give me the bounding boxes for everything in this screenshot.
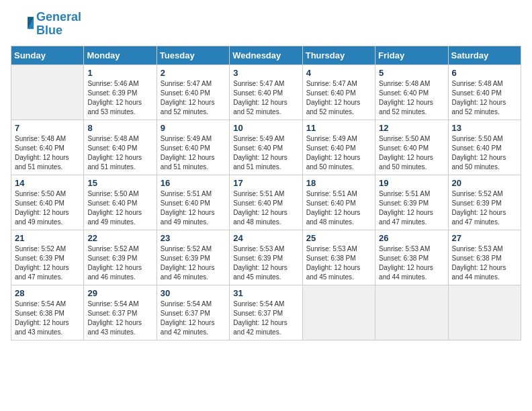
calendar-cell: 15Sunrise: 5:50 AMSunset: 6:40 PMDayligh… bbox=[84, 175, 157, 230]
day-number: 11 bbox=[306, 123, 371, 133]
day-number: 17 bbox=[233, 178, 298, 188]
cell-details: Sunrise: 5:51 AMSunset: 6:39 PMDaylight:… bbox=[379, 189, 444, 227]
calendar-cell: 11Sunrise: 5:49 AMSunset: 6:40 PMDayligh… bbox=[302, 120, 375, 175]
day-number: 30 bbox=[161, 288, 226, 298]
day-number: 20 bbox=[452, 178, 517, 188]
header-wednesday: Wednesday bbox=[230, 46, 302, 64]
header-sunday: Sunday bbox=[11, 46, 84, 64]
cell-details: Sunrise: 5:51 AMSunset: 6:40 PMDaylight:… bbox=[161, 189, 226, 227]
header-tuesday: Tuesday bbox=[157, 46, 229, 64]
calendar-cell: 29Sunrise: 5:54 AMSunset: 6:37 PMDayligh… bbox=[84, 285, 157, 340]
cell-details: Sunrise: 5:48 AMSunset: 6:40 PMDaylight:… bbox=[379, 79, 444, 117]
calendar-cell: 8Sunrise: 5:48 AMSunset: 6:40 PMDaylight… bbox=[84, 120, 157, 175]
calendar-cell: 20Sunrise: 5:52 AMSunset: 6:39 PMDayligh… bbox=[448, 175, 521, 230]
cell-details: Sunrise: 5:52 AMSunset: 6:39 PMDaylight:… bbox=[87, 244, 152, 282]
header-monday: Monday bbox=[84, 46, 157, 64]
day-number: 12 bbox=[379, 123, 444, 133]
day-number: 8 bbox=[87, 123, 152, 133]
day-number: 1 bbox=[87, 68, 152, 78]
cell-details: Sunrise: 5:53 AMSunset: 6:38 PMDaylight:… bbox=[452, 244, 517, 282]
calendar-cell: 12Sunrise: 5:50 AMSunset: 6:40 PMDayligh… bbox=[375, 120, 448, 175]
day-number: 15 bbox=[87, 178, 152, 188]
logo-text: General Blue bbox=[36, 11, 81, 38]
calendar-cell: 21Sunrise: 5:52 AMSunset: 6:39 PMDayligh… bbox=[11, 230, 84, 285]
day-number: 21 bbox=[15, 233, 80, 243]
day-number: 19 bbox=[379, 178, 444, 188]
cell-details: Sunrise: 5:46 AMSunset: 6:39 PMDaylight:… bbox=[87, 79, 152, 117]
calendar-cell bbox=[302, 285, 375, 340]
week-row-5: 28Sunrise: 5:54 AMSunset: 6:38 PMDayligh… bbox=[11, 285, 521, 340]
calendar-cell: 23Sunrise: 5:52 AMSunset: 6:39 PMDayligh… bbox=[157, 230, 229, 285]
day-number: 2 bbox=[161, 68, 226, 78]
day-number: 3 bbox=[233, 68, 298, 78]
day-number: 4 bbox=[306, 68, 371, 78]
calendar-cell: 9Sunrise: 5:49 AMSunset: 6:40 PMDaylight… bbox=[157, 120, 229, 175]
week-row-2: 7Sunrise: 5:48 AMSunset: 6:40 PMDaylight… bbox=[11, 120, 521, 175]
day-number: 28 bbox=[15, 288, 80, 298]
day-number: 16 bbox=[161, 178, 226, 188]
week-row-4: 21Sunrise: 5:52 AMSunset: 6:39 PMDayligh… bbox=[11, 230, 521, 285]
cell-details: Sunrise: 5:52 AMSunset: 6:39 PMDaylight:… bbox=[452, 189, 517, 227]
calendar-cell: 26Sunrise: 5:53 AMSunset: 6:38 PMDayligh… bbox=[375, 230, 448, 285]
cell-details: Sunrise: 5:47 AMSunset: 6:40 PMDaylight:… bbox=[233, 79, 298, 117]
day-number: 9 bbox=[161, 123, 226, 133]
day-number: 23 bbox=[161, 233, 226, 243]
day-number: 10 bbox=[233, 123, 298, 133]
day-number: 27 bbox=[452, 233, 517, 243]
calendar-cell: 3Sunrise: 5:47 AMSunset: 6:40 PMDaylight… bbox=[230, 64, 302, 120]
cell-details: Sunrise: 5:49 AMSunset: 6:40 PMDaylight:… bbox=[161, 134, 226, 172]
cell-details: Sunrise: 5:52 AMSunset: 6:39 PMDaylight:… bbox=[15, 244, 80, 282]
calendar-cell: 4Sunrise: 5:47 AMSunset: 6:40 PMDaylight… bbox=[302, 64, 375, 120]
header-thursday: Thursday bbox=[302, 46, 375, 64]
cell-details: Sunrise: 5:54 AMSunset: 6:37 PMDaylight:… bbox=[161, 300, 226, 337]
calendar-cell: 19Sunrise: 5:51 AMSunset: 6:39 PMDayligh… bbox=[375, 175, 448, 230]
cell-details: Sunrise: 5:53 AMSunset: 6:39 PMDaylight:… bbox=[233, 244, 298, 282]
week-row-1: 1Sunrise: 5:46 AMSunset: 6:39 PMDaylight… bbox=[11, 64, 521, 120]
calendar-cell: 22Sunrise: 5:52 AMSunset: 6:39 PMDayligh… bbox=[84, 230, 157, 285]
calendar-cell: 31Sunrise: 5:54 AMSunset: 6:37 PMDayligh… bbox=[230, 285, 302, 340]
page-header: General Blue bbox=[11, 11, 521, 38]
day-number: 24 bbox=[233, 233, 298, 243]
calendar-cell: 17Sunrise: 5:51 AMSunset: 6:40 PMDayligh… bbox=[230, 175, 302, 230]
calendar-table: SundayMondayTuesdayWednesdayThursdayFrid… bbox=[11, 46, 521, 340]
day-number: 18 bbox=[306, 178, 371, 188]
cell-details: Sunrise: 5:48 AMSunset: 6:40 PMDaylight:… bbox=[452, 79, 517, 117]
calendar-cell: 25Sunrise: 5:53 AMSunset: 6:38 PMDayligh… bbox=[302, 230, 375, 285]
calendar-cell: 2Sunrise: 5:47 AMSunset: 6:40 PMDaylight… bbox=[157, 64, 229, 120]
calendar-cell: 30Sunrise: 5:54 AMSunset: 6:37 PMDayligh… bbox=[157, 285, 229, 340]
cell-details: Sunrise: 5:48 AMSunset: 6:40 PMDaylight:… bbox=[87, 134, 152, 172]
day-number: 7 bbox=[15, 123, 80, 133]
cell-details: Sunrise: 5:47 AMSunset: 6:40 PMDaylight:… bbox=[161, 79, 226, 117]
calendar-cell: 18Sunrise: 5:51 AMSunset: 6:40 PMDayligh… bbox=[302, 175, 375, 230]
cell-details: Sunrise: 5:54 AMSunset: 6:38 PMDaylight:… bbox=[15, 300, 80, 337]
day-number: 13 bbox=[452, 123, 517, 133]
day-number: 14 bbox=[15, 178, 80, 188]
cell-details: Sunrise: 5:50 AMSunset: 6:40 PMDaylight:… bbox=[452, 134, 517, 172]
calendar-cell: 6Sunrise: 5:48 AMSunset: 6:40 PMDaylight… bbox=[448, 64, 521, 120]
cell-details: Sunrise: 5:51 AMSunset: 6:40 PMDaylight:… bbox=[306, 189, 371, 227]
calendar-cell bbox=[11, 64, 84, 120]
week-row-3: 14Sunrise: 5:50 AMSunset: 6:40 PMDayligh… bbox=[11, 175, 521, 230]
calendar-cell: 10Sunrise: 5:49 AMSunset: 6:40 PMDayligh… bbox=[230, 120, 302, 175]
cell-details: Sunrise: 5:47 AMSunset: 6:40 PMDaylight:… bbox=[306, 79, 371, 117]
day-number: 22 bbox=[87, 233, 152, 243]
day-number: 29 bbox=[87, 288, 152, 298]
cell-details: Sunrise: 5:52 AMSunset: 6:39 PMDaylight:… bbox=[161, 244, 226, 282]
cell-details: Sunrise: 5:50 AMSunset: 6:40 PMDaylight:… bbox=[15, 189, 80, 227]
cell-details: Sunrise: 5:49 AMSunset: 6:40 PMDaylight:… bbox=[233, 134, 298, 172]
cell-details: Sunrise: 5:53 AMSunset: 6:38 PMDaylight:… bbox=[306, 244, 371, 282]
calendar-cell: 16Sunrise: 5:51 AMSunset: 6:40 PMDayligh… bbox=[157, 175, 229, 230]
day-number: 25 bbox=[306, 233, 371, 243]
logo-icon bbox=[11, 12, 35, 36]
calendar-cell: 28Sunrise: 5:54 AMSunset: 6:38 PMDayligh… bbox=[11, 285, 84, 340]
cell-details: Sunrise: 5:50 AMSunset: 6:40 PMDaylight:… bbox=[87, 189, 152, 227]
day-number: 6 bbox=[452, 68, 517, 78]
days-header-row: SundayMondayTuesdayWednesdayThursdayFrid… bbox=[11, 46, 521, 64]
calendar-cell bbox=[375, 285, 448, 340]
calendar-cell: 5Sunrise: 5:48 AMSunset: 6:40 PMDaylight… bbox=[375, 64, 448, 120]
calendar-cell bbox=[448, 285, 521, 340]
header-friday: Friday bbox=[375, 46, 448, 64]
cell-details: Sunrise: 5:48 AMSunset: 6:40 PMDaylight:… bbox=[15, 134, 80, 172]
calendar-cell: 24Sunrise: 5:53 AMSunset: 6:39 PMDayligh… bbox=[230, 230, 302, 285]
calendar-cell: 7Sunrise: 5:48 AMSunset: 6:40 PMDaylight… bbox=[11, 120, 84, 175]
